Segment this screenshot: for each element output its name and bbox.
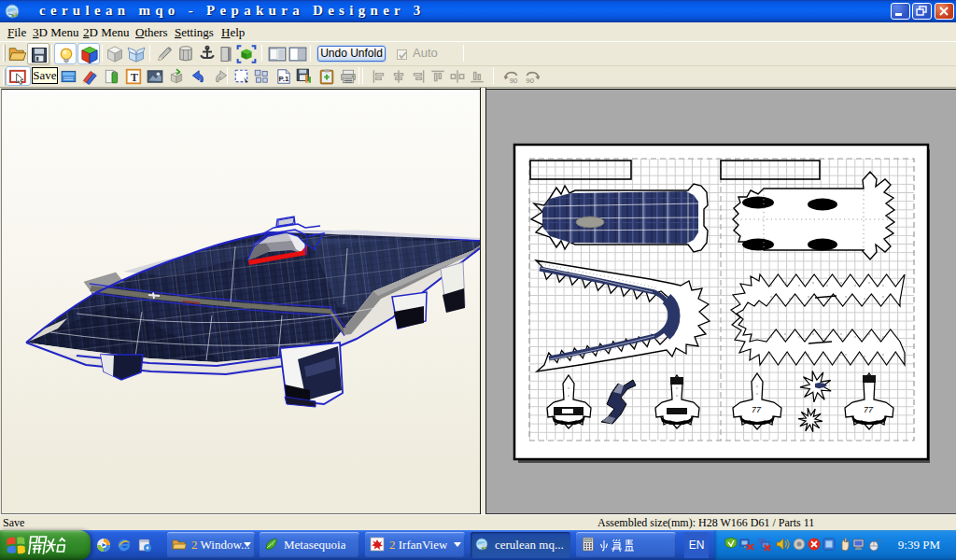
svg-text:90: 90 — [526, 77, 534, 85]
svg-text:77: 77 — [752, 405, 762, 414]
svg-text:90: 90 — [510, 77, 518, 85]
svg-text:P.1: P.1 — [279, 75, 289, 83]
svg-text:T: T — [131, 71, 139, 84]
svg-text:77: 77 — [864, 405, 874, 414]
